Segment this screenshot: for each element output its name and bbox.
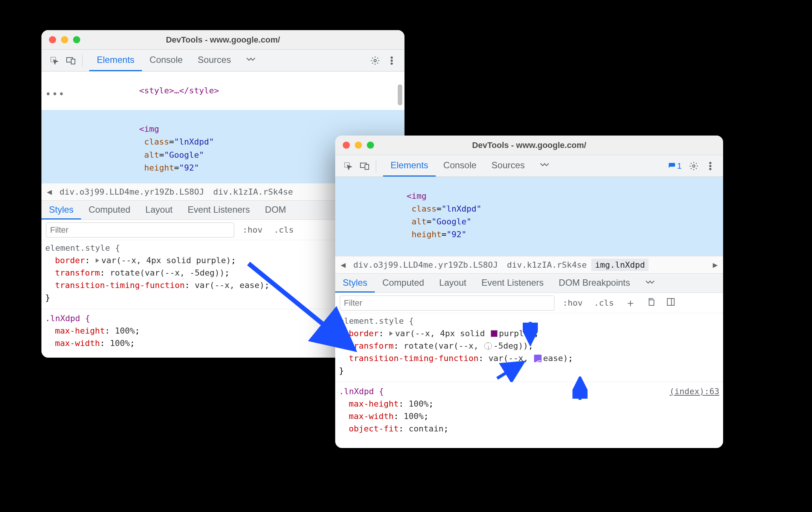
kebab-menu-icon[interactable]	[384, 53, 399, 68]
zoom-icon[interactable]	[73, 36, 80, 43]
tab-elements[interactable]: Elements	[89, 50, 142, 71]
svg-point-13	[709, 168, 711, 170]
breadcrumb-item[interactable]: div.o3j99.LLD4me.yr19Zb.LS8OJ	[349, 260, 502, 270]
panel-tabs: Elements Console Sources	[383, 155, 557, 177]
expander-icon[interactable]	[389, 331, 393, 336]
styles-subtabs: Styles Computed Layout Event Listeners D…	[335, 273, 723, 293]
titlebar[interactable]: DevTools - www.google.com/	[41, 30, 404, 50]
subtab-computed[interactable]: Computed	[81, 201, 138, 219]
subtab-layout[interactable]: Layout	[432, 274, 474, 293]
close-icon[interactable]	[49, 36, 56, 43]
subtabs-overflow-icon[interactable]	[638, 274, 662, 293]
kebab-menu-icon[interactable]	[703, 158, 718, 174]
settings-icon[interactable]	[686, 158, 701, 174]
svg-point-3	[374, 59, 376, 62]
main-toolbar: Elements Console Sources	[41, 50, 404, 72]
subtab-event-listeners[interactable]: Event Listeners	[180, 201, 257, 219]
breadcrumb-item[interactable]: div.o3j99.LLD4me.yr19Zb.LS8OJ	[55, 187, 209, 197]
selector[interactable]: element.style {	[339, 315, 719, 327]
subtab-computed[interactable]: Computed	[375, 274, 432, 293]
expander-icon[interactable]	[96, 258, 99, 263]
inspect-icon[interactable]	[47, 53, 62, 68]
minimize-icon[interactable]	[355, 142, 362, 149]
main-toolbar: Elements Console Sources 1	[335, 155, 723, 177]
source-link[interactable]: (index):63	[670, 385, 719, 398]
svg-point-10	[693, 165, 695, 167]
cls-toggle[interactable]: .cls	[271, 225, 297, 235]
new-rule-icon[interactable]: ＋	[622, 296, 639, 310]
computed-sidebar-icon[interactable]	[664, 298, 678, 308]
styles-filter-input[interactable]	[340, 296, 554, 311]
zoom-icon[interactable]	[367, 142, 374, 149]
css-declaration[interactable]: transform: rotate(var(--x, -5deg));	[339, 340, 719, 352]
css-declaration[interactable]: object-fit: contain;	[339, 422, 719, 435]
titlebar[interactable]: DevTools - www.google.com/	[335, 136, 723, 155]
breadcrumbs[interactable]: ◀ div.o3j99.LLD4me.yr19Zb.LS8OJ div.k1zI…	[335, 256, 723, 273]
selector[interactable]: .lnXdpd {	[339, 385, 384, 398]
tab-console[interactable]: Console	[142, 50, 190, 71]
subtab-styles[interactable]: Styles	[41, 201, 81, 219]
svg-point-5	[391, 59, 393, 62]
device-toggle-icon[interactable]	[63, 53, 78, 68]
breadcrumb-right-icon[interactable]: ▶	[710, 260, 721, 270]
svg-point-4	[391, 56, 393, 59]
window-title: DevTools - www.google.com/	[341, 140, 717, 150]
subtab-dom-breakpoints[interactable]: DOM	[258, 201, 294, 219]
tab-sources[interactable]: Sources	[190, 50, 238, 71]
hov-toggle[interactable]: :hov	[560, 298, 586, 308]
subtab-event-listeners[interactable]: Event Listeners	[474, 274, 551, 293]
dom-line[interactable]: <style>…</style>	[41, 72, 404, 110]
brace-close: }	[339, 364, 719, 377]
overflow-dots-icon[interactable]: •••	[45, 87, 65, 102]
tab-sources[interactable]: Sources	[484, 155, 532, 177]
dom-tree[interactable]: <img class="lnXdpd" alt="Google" height=…	[335, 177, 723, 256]
settings-icon[interactable]	[368, 53, 383, 68]
devtools-window-right: DevTools - www.google.com/ Elements Cons…	[335, 136, 723, 448]
svg-rect-9	[365, 165, 369, 169]
breadcrumb-left-icon[interactable]: ◀	[337, 260, 349, 270]
css-declaration[interactable]: max-width: 100%;	[339, 410, 719, 422]
tabs-overflow-icon[interactable]	[238, 50, 263, 71]
copy-changes-icon[interactable]	[644, 298, 658, 308]
angle-swatch-icon[interactable]	[484, 342, 492, 350]
styles-filter-input[interactable]	[46, 222, 234, 238]
svg-point-6	[391, 62, 393, 65]
subtab-styles[interactable]: Styles	[335, 274, 375, 293]
cls-toggle[interactable]: .cls	[591, 298, 617, 308]
subtab-layout[interactable]: Layout	[138, 201, 180, 219]
panel-tabs: Elements Console Sources	[89, 50, 263, 71]
issues-button[interactable]: 1	[665, 161, 685, 171]
css-declaration[interactable]: max-height: 100%;	[339, 398, 719, 410]
breadcrumb-item-active[interactable]: img.lnXdpd	[591, 259, 649, 271]
css-declaration[interactable]: border: var(--x, 4px solid purple);	[339, 327, 719, 340]
breadcrumb-item[interactable]: div.k1zIA.rSk4se	[502, 260, 591, 270]
tabs-overflow-icon[interactable]	[532, 155, 557, 177]
minimize-icon[interactable]	[61, 36, 68, 43]
dom-selected-element[interactable]: <img class="lnXdpd" alt="Google" height=…	[335, 177, 723, 256]
bezier-swatch-icon[interactable]	[534, 355, 542, 362]
svg-rect-15	[667, 299, 674, 305]
svg-point-11	[709, 162, 711, 164]
issues-count: 1	[677, 161, 682, 171]
close-icon[interactable]	[343, 142, 350, 149]
device-toggle-icon[interactable]	[357, 158, 372, 174]
traffic-lights	[343, 142, 374, 149]
styles-filterbar: :hov .cls ＋	[335, 293, 723, 313]
tab-elements[interactable]: Elements	[383, 155, 436, 177]
hov-toggle[interactable]: :hov	[240, 225, 266, 235]
traffic-lights	[49, 36, 80, 43]
svg-point-12	[709, 165, 711, 167]
breadcrumb-left-icon[interactable]: ◀	[44, 187, 55, 197]
scrollbar-thumb[interactable]	[398, 84, 402, 105]
svg-rect-2	[71, 59, 75, 64]
svg-rect-14	[649, 300, 654, 306]
breadcrumb-item[interactable]: div.k1zIA.rSk4se	[209, 187, 298, 197]
window-title: DevTools - www.google.com/	[47, 35, 398, 45]
tab-console[interactable]: Console	[436, 155, 484, 177]
subtab-dom-breakpoints[interactable]: DOM Breakpoints	[551, 274, 638, 293]
styles-pane[interactable]: element.style { border: var(--x, 4px sol…	[335, 313, 723, 436]
color-swatch-icon[interactable]	[491, 330, 498, 337]
inspect-icon[interactable]	[340, 158, 356, 174]
css-declaration[interactable]: transition-timing-function: var(--x, eas…	[339, 352, 719, 364]
